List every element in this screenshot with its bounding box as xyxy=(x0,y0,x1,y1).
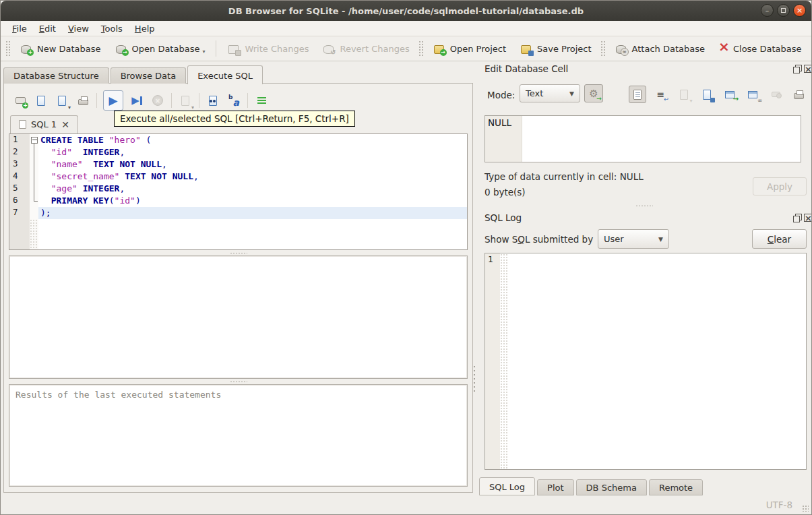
minimize-button[interactable]: – xyxy=(761,4,774,17)
text-document-icon[interactable] xyxy=(629,86,646,103)
fold-margin[interactable] xyxy=(30,134,38,146)
cell-value-editor[interactable]: NULL xyxy=(485,115,801,162)
code-line[interactable]: 5 "age" INTEGER, xyxy=(9,183,467,195)
open-database-button[interactable]: Open Database▾ xyxy=(108,39,212,58)
results-grid-pane[interactable] xyxy=(9,255,468,379)
results-placeholder: Results of the last executed statements xyxy=(15,390,221,400)
results-message-splitter[interactable] xyxy=(9,379,468,384)
main-vertical-splitter[interactable] xyxy=(473,365,476,394)
set-null-icon[interactable] xyxy=(768,86,785,103)
close-tab-icon[interactable]: ✕ xyxy=(61,120,69,129)
sql-tab[interactable]: SQL 1 ✕ xyxy=(10,115,78,133)
edit-cell-title-text: Edit Database Cell xyxy=(485,63,568,74)
title-bar[interactable]: DB Browser for SQLite - /home/user/code/… xyxy=(1,1,811,21)
sql-log-dock-controls: × xyxy=(793,214,812,222)
import-data-icon[interactable]: ▾ xyxy=(675,86,693,103)
save-project-button[interactable]: Save Project xyxy=(513,39,598,58)
tab-browse-data[interactable]: Browse Data xyxy=(111,67,187,84)
auto-complete-icon[interactable]: ba xyxy=(226,93,241,108)
code-line[interactable]: 7); xyxy=(9,207,467,219)
find-icon[interactable] xyxy=(206,93,220,108)
resize-grip-icon[interactable] xyxy=(802,505,809,512)
open-sql-file-icon[interactable] xyxy=(34,93,49,108)
revert-changes-button[interactable]: Revert Changes xyxy=(315,39,416,58)
save-project-label: Save Project xyxy=(537,44,592,54)
format-sql-icon[interactable] xyxy=(254,93,269,108)
line-number: 3 xyxy=(9,158,30,171)
close-dock-icon[interactable]: × xyxy=(804,214,812,222)
print-cell-icon[interactable] xyxy=(790,86,808,103)
dock-tab-sql-log[interactable]: SQL Log xyxy=(479,477,535,495)
dock-tab-remote[interactable]: Remote xyxy=(649,479,703,495)
clear-log-button[interactable]: Clear xyxy=(752,229,807,249)
code-line[interactable]: 6 PRIMARY KEY("id") xyxy=(9,195,467,207)
open-database-icon xyxy=(115,42,128,55)
encoding-indicator[interactable]: UTF-8 xyxy=(766,499,792,510)
edit-cell-dock-controls: × xyxy=(793,65,812,73)
maximize-button[interactable] xyxy=(777,4,790,17)
new-database-button[interactable]: New Database xyxy=(13,39,108,58)
word-wrap-icon[interactable]: ≡↩ xyxy=(652,86,669,103)
splitter-handle-icon xyxy=(230,381,247,383)
splitter-handle-icon xyxy=(635,205,653,207)
log-text-area[interactable] xyxy=(509,253,806,469)
sql-editor[interactable]: 1CREATE TABLE "hero" (2 "id" INTEGER,3 "… xyxy=(9,133,468,250)
execute-all-icon[interactable]: ▶ xyxy=(106,93,121,108)
main-tab-bar: Database StructureBrowse DataExecute SQL xyxy=(3,65,264,84)
toolbar-grip xyxy=(600,40,606,57)
log-line-number: 1 xyxy=(485,253,500,469)
tab-execute-sql[interactable]: Execute SQL xyxy=(187,65,263,84)
close-dock-icon[interactable]: × xyxy=(804,65,812,73)
code-line[interactable]: 4 "secret_name" TEXT NOT NULL, xyxy=(9,171,467,183)
right-panel-splitter[interactable] xyxy=(476,203,811,208)
code-line[interactable]: 3 "name" TEXT NOT NULL, xyxy=(9,158,467,171)
apply-button-label: Apply xyxy=(767,181,792,192)
open-external-icon[interactable]: → xyxy=(721,86,739,103)
link-data-icon[interactable]: ∞ xyxy=(744,86,761,103)
tab-database-structure[interactable]: Database Structure xyxy=(3,67,109,84)
editor-results-splitter[interactable] xyxy=(9,250,468,255)
save-results-icon[interactable]: ▾ xyxy=(178,93,193,108)
menu-item-edit[interactable]: Edit xyxy=(33,22,62,35)
mode-select[interactable]: Text ▼ xyxy=(520,84,580,102)
menu-item-help[interactable]: Help xyxy=(129,22,161,35)
close-button[interactable]: × xyxy=(793,4,806,17)
sql-log-filter-select[interactable]: User ▼ xyxy=(598,229,669,249)
print-sql-icon[interactable] xyxy=(75,93,90,108)
code-line[interactable]: 1CREATE TABLE "hero" ( xyxy=(9,134,467,146)
open-project-icon xyxy=(433,42,446,55)
apply-button[interactable]: Apply xyxy=(753,177,807,195)
main-toolbar: New DatabaseOpen Database▾Write ChangesR… xyxy=(1,36,811,61)
menu-item-view[interactable]: View xyxy=(62,22,95,35)
line-number: 1 xyxy=(9,134,30,146)
sql-log-editor[interactable]: 1 xyxy=(485,253,807,470)
revert-changes-icon xyxy=(322,42,336,55)
write-changes-button[interactable]: Write Changes xyxy=(220,39,315,58)
sql-file-icon xyxy=(19,120,26,129)
menu-item-file[interactable]: File xyxy=(6,22,33,35)
execution-messages-pane[interactable]: Results of the last executed statements xyxy=(9,384,468,487)
auto-switch-mode-button[interactable]: ⚙ xyxy=(584,84,603,102)
menu-item-tools[interactable]: Tools xyxy=(95,22,129,35)
write-changes-icon xyxy=(227,42,241,55)
hovered-tool-button[interactable]: ▶ xyxy=(103,90,123,111)
stop-execution-icon[interactable]: × xyxy=(150,93,165,108)
sql-log-dock-title: SQL Log xyxy=(485,212,522,223)
code-line[interactable]: 2 "id" INTEGER, xyxy=(9,146,467,158)
code-text: "name" TEXT NOT NULL, xyxy=(38,158,467,171)
close-database-button[interactable]: Close Database xyxy=(712,39,809,58)
cell-text-area[interactable] xyxy=(522,116,801,162)
code-text: ); xyxy=(38,207,467,219)
float-dock-icon[interactable] xyxy=(793,65,801,73)
save-sql-file-icon[interactable]: ▾ xyxy=(55,93,69,108)
dock-tab-db-schema[interactable]: DB Schema xyxy=(576,479,647,495)
open-database-label: Open Database xyxy=(132,44,200,54)
open-project-button[interactable]: Open Project xyxy=(426,39,513,58)
dock-tab-plot[interactable]: Plot xyxy=(537,479,574,495)
export-data-icon[interactable] xyxy=(698,86,716,103)
attach-database-button[interactable]: Attach Database xyxy=(608,39,712,58)
float-dock-icon[interactable] xyxy=(793,214,801,222)
new-sql-tab-icon[interactable]: + xyxy=(13,93,28,108)
execute-current-line-icon[interactable]: ▶ xyxy=(129,93,144,108)
app-window: DB Browser for SQLite - /home/user/code/… xyxy=(0,0,812,515)
